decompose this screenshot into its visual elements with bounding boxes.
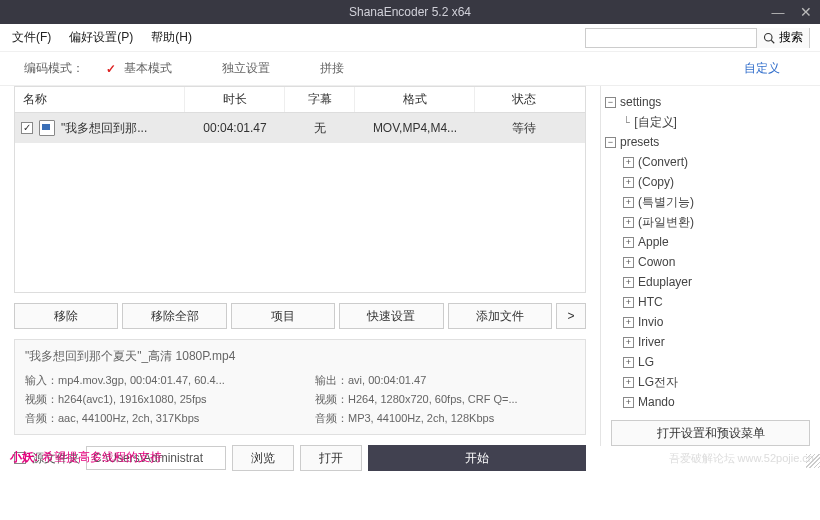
menu-file[interactable]: 文件(F) [10,25,53,50]
titlebar: ShanaEncoder 5.2 x64 ― ✕ [0,0,820,24]
check-empty-icon [300,62,314,76]
open-settings-presets-button[interactable]: 打开设置和预设菜单 [611,420,810,446]
expand-icon: + [623,237,634,248]
tree-label: Cowon [638,255,675,269]
watermark: 吾爱破解论坛 www.52pojie.cn [669,451,815,466]
tree-item[interactable]: +HTC [623,292,816,312]
left-pane: 名称 时长 字幕 格式 状态 ✓ "我多想回到那... 00:04:01.47 … [0,86,600,446]
row-checkbox[interactable]: ✓ [21,122,33,134]
tree-label: Mando [638,395,675,409]
tree-item[interactable]: +Mando [623,392,816,412]
more-button[interactable]: > [556,303,586,329]
tree-item[interactable]: +Apple [623,232,816,252]
th-duration[interactable]: 时长 [185,87,285,112]
cell-duration: 00:04:01.47 [185,121,285,135]
menu-help[interactable]: 帮助(H) [149,25,194,50]
tree-label: HTC [638,295,663,309]
tree-label: presets [620,135,659,149]
tree-item[interactable]: +(Copy) [623,172,816,192]
table-body: ✓ "我多想回到那... 00:04:01.47 无 MOV,MP4,M4...… [15,113,585,293]
search-icon [763,32,775,44]
file-icon [39,120,55,136]
svg-line-1 [771,40,774,43]
search-button-label: 搜索 [779,29,803,46]
tree-settings[interactable]: −settings [605,92,816,112]
tree-custom[interactable]: └ [自定义] [623,112,816,132]
add-file-button[interactable]: 添加文件 [448,303,552,329]
menu-preferences[interactable]: 偏好设置(P) [67,25,135,50]
footer: 小妖: 希望提高多线程的支持 吾爱破解论坛 www.52pojie.cn [0,446,820,468]
tree-label: (Copy) [638,175,674,189]
tree-label: Iriver [638,335,665,349]
th-status[interactable]: 状态 [475,87,573,112]
mode-independent[interactable]: 独立设置 [202,60,270,77]
tree-item[interactable]: +Iriver [623,332,816,352]
info-output-line: 输出：avi, 00:04:01.47 [315,373,575,388]
search-input[interactable] [586,29,756,47]
tree-label: LG [638,355,654,369]
expand-icon: + [623,397,634,408]
cell-subtitle: 无 [285,120,355,137]
right-pane: −settings └ [自定义] −presets +(Convert)+(C… [600,86,820,446]
footer-nick: 小妖: [10,449,38,466]
cell-status: 等待 [475,120,573,137]
menubar: 文件(F) 偏好设置(P) 帮助(H) 搜索 [0,24,820,52]
expand-icon: + [623,277,634,288]
expand-icon: + [623,297,634,308]
mode-basic-label: 基本模式 [124,60,172,77]
expand-icon: + [623,257,634,268]
mode-independent-label: 独立设置 [222,60,270,77]
tree-presets[interactable]: −presets [605,132,816,152]
table-header: 名称 时长 字幕 格式 状态 [15,87,585,113]
mode-join-label: 拼接 [320,60,344,77]
resize-grip-icon[interactable] [806,454,820,468]
th-name[interactable]: 名称 [15,87,185,112]
tree-label: Apple [638,235,669,249]
expand-icon: + [623,157,634,168]
tree-item[interactable]: +Eduplayer [623,272,816,292]
info-output-audio: 音频：MP3, 44100Hz, 2ch, 128Kbps [315,411,575,426]
tree-item[interactable]: +LG전자 [623,372,816,392]
th-subtitle[interactable]: 字幕 [285,87,355,112]
search-button[interactable]: 搜索 [756,28,809,48]
tree-label: Eduplayer [638,275,692,289]
table-row[interactable]: ✓ "我多想回到那... 00:04:01.47 无 MOV,MP4,M4...… [15,113,585,143]
info-output-video: 视频：H264, 1280x720, 60fps, CRF Q=... [315,392,575,407]
search-box: 搜索 [585,28,810,48]
tree-item[interactable]: +Invio [623,312,816,332]
quick-settings-button[interactable]: 快速设置 [339,303,443,329]
minimize-button[interactable]: ― [764,0,792,24]
expand-icon: + [623,357,634,368]
th-format[interactable]: 格式 [355,87,475,112]
check-empty-icon [202,62,216,76]
button-row: 移除 移除全部 项目 快速设置 添加文件 > [14,303,586,329]
tree-item[interactable]: +(Convert) [623,152,816,172]
check-icon: ✓ [104,62,118,76]
tree-item[interactable]: +(특별기능) [623,192,816,212]
mode-basic[interactable]: ✓基本模式 [104,60,172,77]
cell-format: MOV,MP4,M4... [355,121,475,135]
project-button[interactable]: 项目 [231,303,335,329]
tree-item[interactable]: +(파일변환) [623,212,816,232]
close-button[interactable]: ✕ [792,0,820,24]
cell-name: "我多想回到那... [61,120,147,137]
expand-icon: + [623,317,634,328]
mode-join[interactable]: 拼接 [300,60,344,77]
tree-line-icon: └ [623,116,634,129]
info-input-col: 输入：mp4.mov.3gp, 00:04:01.47, 60.4... 视频：… [25,373,285,426]
preset-tree[interactable]: −settings └ [自定义] −presets +(Convert)+(C… [601,86,820,414]
custom-link[interactable]: 自定义 [744,60,780,77]
info-panel: "我多想回到那个夏天"_高清 1080P.mp4 输入：mp4.mov.3gp,… [14,339,586,435]
remove-button[interactable]: 移除 [14,303,118,329]
expand-icon: + [623,337,634,348]
info-input-video: 视频：h264(avc1), 1916x1080, 25fps [25,392,285,407]
main: 名称 时长 字幕 格式 状态 ✓ "我多想回到那... 00:04:01.47 … [0,86,820,446]
file-table: 名称 时长 字幕 格式 状态 ✓ "我多想回到那... 00:04:01.47 … [14,86,586,293]
tree-item[interactable]: +LG [623,352,816,372]
tree-label: (파일변환) [638,214,694,231]
expand-icon: + [623,377,634,388]
remove-all-button[interactable]: 移除全部 [122,303,226,329]
tree-label: LG전자 [638,374,678,391]
mode-label: 编码模式： [24,60,84,77]
tree-item[interactable]: +Cowon [623,252,816,272]
